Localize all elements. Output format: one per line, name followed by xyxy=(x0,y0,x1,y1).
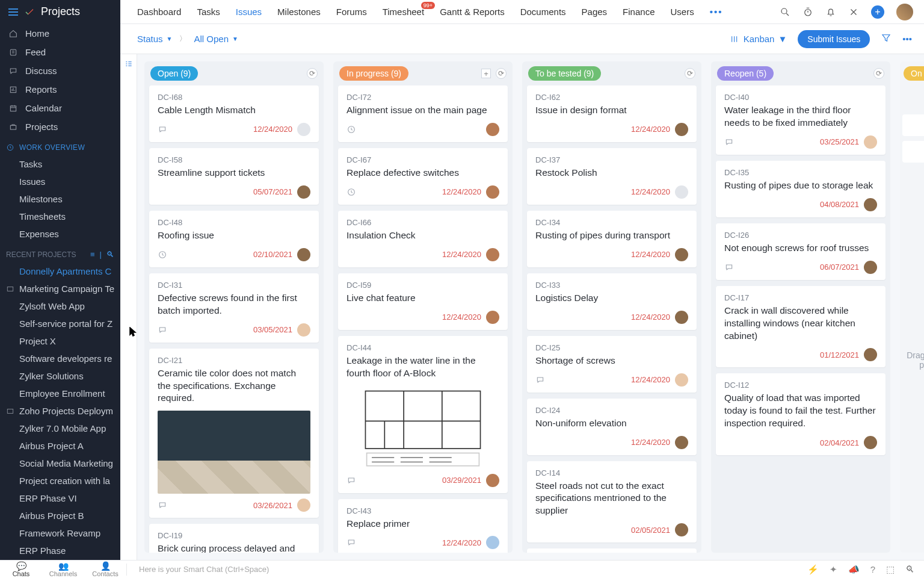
issue-card[interactable]: DC-I35Rusting of pipes due to storage le… xyxy=(716,161,886,217)
sidebar-item-discuss[interactable]: Discuss xyxy=(0,61,120,80)
bb-icon-1[interactable]: ⚡ xyxy=(807,564,819,575)
issue-card[interactable]: DC-I17Crack in wall discovered while ins… xyxy=(716,286,886,368)
issue-card[interactable]: DC-I31Defective screws found in the firs… xyxy=(149,273,319,343)
issue-card[interactable]: DC-I40Water leakage in the third floor n… xyxy=(716,85,886,155)
sidebar-item-reports[interactable]: Reports xyxy=(0,80,120,99)
column-refresh-icon[interactable]: ⟳ xyxy=(496,68,507,79)
bb-icon-2[interactable]: ✦ xyxy=(830,564,837,575)
nav-users[interactable]: Users xyxy=(670,7,694,17)
overview-timesheets[interactable]: Timesheets xyxy=(0,208,120,225)
project-item[interactable]: Framework Revamp xyxy=(0,524,120,542)
bottom-tab-contacts[interactable]: 👤Contacts xyxy=(84,562,126,577)
project-item[interactable]: ERP Phase xyxy=(0,542,120,559)
nav-more[interactable]: ••• xyxy=(710,7,723,17)
issue-card[interactable]: DC-I19Brick curing process delayed and e… xyxy=(149,524,319,553)
menu-icon[interactable] xyxy=(8,8,18,16)
issue-card[interactable]: DC-I58Streamline support tickets05/07/20… xyxy=(149,148,319,205)
nav-pages[interactable]: Pages xyxy=(582,7,608,17)
issue-card[interactable]: DC-I66Insulation Check12/24/2020 xyxy=(338,211,508,267)
issue-card[interactable]: DC-I59Live chat feature12/24/2020 xyxy=(338,273,508,330)
bottom-tab-chats[interactable]: 💬Chats xyxy=(0,562,42,577)
nav-dashboard[interactable]: Dashboard xyxy=(137,7,181,17)
issue-card[interactable]: DC-I13Window panes broken during install… xyxy=(527,548,697,553)
project-item[interactable]: Airbus Project B xyxy=(0,507,120,524)
project-item[interactable]: Marketing Campaign Te xyxy=(0,280,120,297)
nav-issues[interactable]: Issues xyxy=(236,7,262,17)
breadcrumb-filter[interactable]: All Open▼ xyxy=(194,34,238,44)
issue-card[interactable]: DC-I12Quality of load that was imported … xyxy=(716,373,886,455)
work-overview-header[interactable]: WORK OVERVIEW xyxy=(0,136,120,155)
issue-card[interactable]: DC-I24Non-uniform elevation12/24/2020 xyxy=(527,399,697,455)
nav-gantt-reports[interactable]: Gantt & Reports xyxy=(440,7,505,17)
project-item[interactable]: Zoho Projects Deploym xyxy=(0,402,120,420)
issue-card[interactable]: DC-I34Rusting of pipes during transport1… xyxy=(527,211,697,267)
kanban-column-hold[interactable]: On holdDrag it unc plus xyxy=(900,61,924,553)
issue-card[interactable]: DC-I33Logistics Delay12/24/2020 xyxy=(527,273,697,330)
project-item[interactable]: Software developers re xyxy=(0,350,120,367)
card-footer: 03/26/2021 xyxy=(158,499,310,512)
view-toggle[interactable]: Kanban▼ xyxy=(730,34,787,44)
nav-timesheet[interactable]: Timesheet99+ xyxy=(383,7,424,17)
nav-finance[interactable]: Finance xyxy=(623,7,654,17)
nav-documents[interactable]: Documents xyxy=(520,7,566,17)
bb-help-icon[interactable]: ? xyxy=(870,564,875,575)
project-item[interactable]: ERP Phase VI xyxy=(0,489,120,507)
search-icon[interactable] xyxy=(780,7,790,17)
sidebar-item-home[interactable]: Home xyxy=(0,24,120,43)
project-item[interactable]: Project X xyxy=(0,332,120,350)
user-avatar[interactable] xyxy=(896,4,913,20)
project-item[interactable]: Self-service portal for Z xyxy=(0,315,120,332)
bb-icon-5[interactable]: ⬚ xyxy=(886,564,895,575)
issue-card[interactable]: DC-I62Issue in design format12/24/2020 xyxy=(527,85,697,142)
overview-tasks[interactable]: Tasks xyxy=(0,155,120,173)
sidebar-item-projects[interactable]: Projects xyxy=(0,117,120,136)
issue-card[interactable]: DC-I37Restock Polish12/24/2020 xyxy=(527,148,697,205)
sidebar-item-calendar[interactable]: Calendar xyxy=(0,99,120,117)
breadcrumb-status[interactable]: Status▼ xyxy=(137,34,172,44)
nav-milestones[interactable]: Milestones xyxy=(277,7,321,17)
nav-tasks[interactable]: Tasks xyxy=(197,7,220,17)
bottom-tab-channels[interactable]: 👥Channels xyxy=(42,562,84,577)
smart-chat-input[interactable]: Here is your Smart Chat (Ctrl+Space) xyxy=(127,565,269,574)
project-item[interactable]: Social Media Marketing xyxy=(0,455,120,472)
recent-sort-icon[interactable]: ≡ xyxy=(90,250,95,259)
issue-card[interactable]: DC-I72Alignment issue on the main page xyxy=(338,85,508,142)
recent-search-icon[interactable]: 🔍︎ xyxy=(106,250,114,259)
bb-icon-3[interactable]: 📣 xyxy=(848,564,860,575)
add-button[interactable]: + xyxy=(871,5,884,19)
overview-issues[interactable]: Issues xyxy=(0,173,120,190)
column-refresh-icon[interactable]: ⟳ xyxy=(685,68,695,79)
issue-card[interactable]: DC-I25Shortage of screws12/24/2020 xyxy=(527,336,697,393)
tools-icon[interactable] xyxy=(848,7,859,17)
issue-card[interactable]: DC-I43Replace primer12/24/2020 xyxy=(338,499,508,553)
project-item[interactable]: Zylker Solutions xyxy=(0,367,120,385)
bb-search-icon[interactable]: 🔍︎ xyxy=(905,564,914,575)
board-settings-icon[interactable] xyxy=(120,54,137,560)
overview-expenses[interactable]: Expenses xyxy=(0,225,120,243)
issue-card[interactable]: DC-I14Steel roads not cut to the exact s… xyxy=(527,461,697,543)
bell-icon[interactable] xyxy=(825,7,836,17)
overview-milestones[interactable]: Milestones xyxy=(0,190,120,208)
project-item[interactable]: Zylker 7.0 Mobile App xyxy=(0,420,120,437)
filter-icon[interactable] xyxy=(881,33,892,45)
project-item[interactable]: Project creation with la xyxy=(0,472,120,489)
issue-card[interactable]: DC-I48Roofing issue02/10/2021 xyxy=(149,211,319,267)
add-card-icon[interactable]: + xyxy=(481,69,491,78)
timer-icon[interactable] xyxy=(802,7,813,17)
sidebar-item-feed[interactable]: Feed xyxy=(0,43,120,61)
project-item[interactable]: Airbus Project A xyxy=(0,437,120,455)
issue-card[interactable]: DC-I26Not enough screws for roof trusses… xyxy=(716,223,886,280)
card-id: DC-I68 xyxy=(158,93,310,102)
issue-card[interactable]: DC-I21Ceramic tile color does not match … xyxy=(149,349,319,518)
more-icon[interactable]: ••• xyxy=(902,34,912,44)
submit-issues-button[interactable]: Submit Issues xyxy=(798,30,870,48)
nav-forums[interactable]: Forums xyxy=(336,7,367,17)
column-refresh-icon[interactable]: ⟳ xyxy=(873,68,884,79)
column-refresh-icon[interactable]: ⟳ xyxy=(307,68,318,79)
issue-card[interactable]: DC-I44Leakage in the water line in the f… xyxy=(338,336,508,493)
project-item[interactable]: Zylsoft Web App xyxy=(0,297,120,315)
issue-card[interactable]: DC-I67Replace defective switches12/24/20… xyxy=(338,148,508,205)
project-item[interactable]: Donnelly Apartments C xyxy=(0,263,120,280)
project-item[interactable]: Employee Enrollment xyxy=(0,385,120,402)
issue-card[interactable]: DC-I68Cable Length Mismatch12/24/2020 xyxy=(149,85,319,142)
